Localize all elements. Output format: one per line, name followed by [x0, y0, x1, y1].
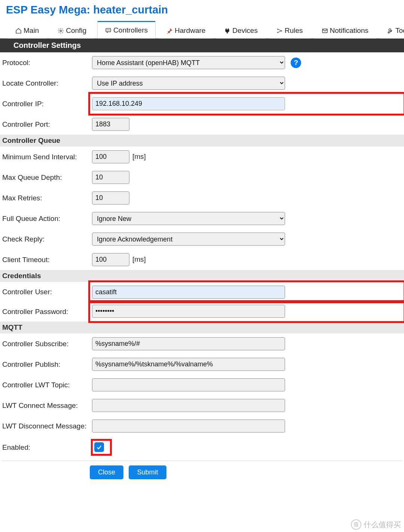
label-publish: Controller Publish:	[0, 354, 90, 375]
wrench-icon	[387, 28, 394, 34]
divider	[1, 461, 403, 461]
label-protocol: Protocol:	[0, 52, 90, 73]
max-retries-input[interactable]	[92, 191, 129, 205]
protocol-select[interactable]: Home Assistant (openHAB) MQTT	[92, 56, 285, 69]
tab-controllers-label: Controllers	[113, 26, 148, 34]
svg-point-3	[108, 30, 108, 30]
close-button[interactable]: Close	[90, 465, 123, 479]
tab-tools[interactable]: Tools	[379, 22, 404, 39]
button-row: Close Submit	[0, 465, 404, 479]
controller-port-input[interactable]	[92, 118, 129, 131]
min-send-input[interactable]	[92, 150, 129, 163]
label-enabled: Enabled:	[0, 436, 90, 458]
tab-controllers[interactable]: Controllers	[97, 21, 156, 39]
tab-rules[interactable]: Rules	[269, 22, 311, 39]
tab-devices-label: Devices	[232, 27, 258, 35]
controller-ip-input[interactable]	[92, 97, 285, 110]
label-user: Controller User:	[0, 282, 90, 302]
tab-notifications-label: Notifications	[330, 27, 369, 35]
tab-config[interactable]: Config	[50, 22, 94, 39]
label-password: Controller Password:	[0, 302, 90, 322]
svg-point-7	[281, 30, 282, 31]
tab-config-label: Config	[66, 27, 86, 35]
unit-ms-1: [ms]	[132, 153, 146, 160]
label-check-reply: Check Reply:	[0, 229, 90, 249]
label-full-queue: Full Queue Action:	[0, 208, 90, 229]
label-ip: Controller IP:	[0, 93, 90, 114]
page-title: ESP Easy Mega: heater_curtain	[6, 4, 404, 16]
label-subscribe: Controller Subscribe:	[0, 333, 90, 354]
publish-input[interactable]	[92, 358, 285, 371]
subscribe-input[interactable]	[92, 337, 285, 350]
tab-main-label: Main	[24, 27, 39, 35]
plug-icon	[224, 28, 230, 34]
label-lwt-topic: Controller LWT Topic:	[0, 375, 90, 395]
label-lwt-disconnect: LWT Disconnect Message:	[0, 416, 90, 436]
nodes-icon	[276, 28, 283, 34]
controller-user-input[interactable]	[92, 286, 285, 299]
mail-icon	[322, 28, 328, 34]
chat-icon	[105, 27, 111, 34]
label-client-timeout: Client Timeout:	[0, 249, 90, 270]
controller-password-input[interactable]	[92, 305, 285, 318]
label-min-send: Minimum Send Interval:	[0, 147, 90, 167]
tab-rules-label: Rules	[285, 27, 303, 35]
help-icon[interactable]: ?	[291, 58, 301, 68]
label-port: Controller Port:	[0, 114, 90, 135]
tab-notifications[interactable]: Notifications	[314, 22, 377, 39]
tab-tools-label: Tools	[395, 27, 404, 35]
gear-icon	[58, 28, 64, 34]
unit-ms-2: [ms]	[132, 255, 146, 263]
svg-point-2	[107, 30, 107, 30]
svg-point-0	[60, 30, 62, 31]
home-icon	[15, 28, 22, 34]
locate-select[interactable]: Use IP address	[92, 77, 285, 90]
svg-point-4	[109, 30, 110, 30]
client-timeout-input[interactable]	[92, 253, 129, 266]
enabled-checkbox[interactable]	[94, 442, 104, 452]
tab-hardware-label: Hardware	[175, 27, 205, 35]
label-max-retries: Max Retries:	[0, 188, 90, 208]
checkmark-icon	[96, 444, 102, 450]
lwt-topic-input[interactable]	[92, 378, 285, 391]
tab-devices[interactable]: Devices	[216, 22, 266, 39]
label-locate: Locate Controller:	[0, 73, 90, 93]
svg-point-6	[277, 32, 278, 33]
submit-button[interactable]: Submit	[129, 465, 166, 479]
section-credentials: Credentials	[0, 270, 404, 282]
lwt-connect-input[interactable]	[92, 399, 285, 412]
tab-hardware[interactable]: Hardware	[159, 22, 213, 39]
max-queue-input[interactable]	[92, 171, 129, 184]
section-mqtt: MQTT	[0, 322, 404, 333]
lwt-disconnect-input[interactable]	[92, 419, 285, 433]
svg-point-5	[277, 29, 278, 30]
tab-bar: Main Config Controllers Hardware Devices…	[0, 21, 404, 39]
label-lwt-connect: LWT Connect Message:	[0, 395, 90, 416]
full-queue-select[interactable]: Ignore New	[92, 212, 285, 225]
section-controller-queue: Controller Queue	[0, 135, 404, 147]
tab-main[interactable]: Main	[7, 22, 47, 39]
label-max-queue: Max Queue Depth:	[0, 167, 90, 188]
pin-icon	[166, 28, 173, 34]
section-controller-settings: Controller Settings	[0, 39, 404, 52]
check-reply-select[interactable]: Ignore Acknowledgement	[92, 233, 285, 246]
